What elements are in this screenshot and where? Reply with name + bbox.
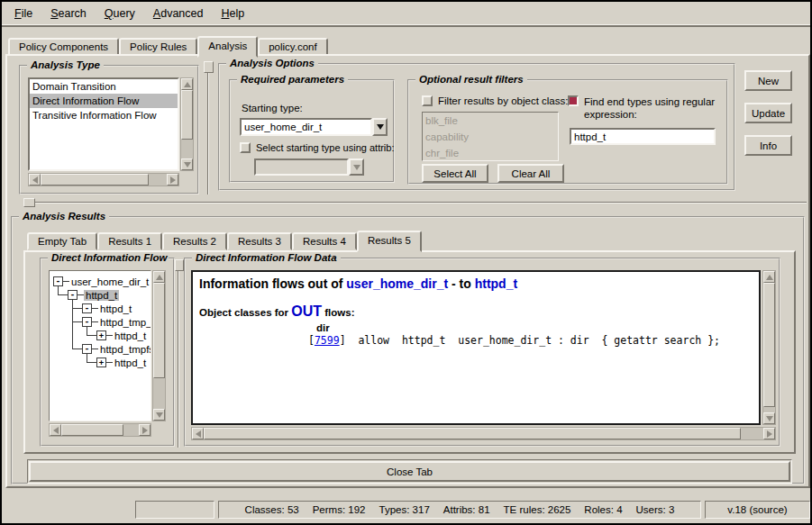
tree-node-label[interactable]: httpd_tmp_t xyxy=(98,317,151,328)
menu-help[interactable]: Help xyxy=(212,5,253,22)
flow-direction: OUT xyxy=(291,303,322,319)
menu-file[interactable]: File xyxy=(5,5,41,22)
analysis-results-group: Analysis Results Empty Tab Results 1 Res… xyxy=(11,216,805,484)
scroll-thumb[interactable] xyxy=(61,424,123,436)
tree-row[interactable]: -user_home_dir_t xyxy=(53,275,151,288)
tab-results-3[interactable]: Results 3 xyxy=(227,232,292,250)
pane-sash-handle[interactable] xyxy=(204,61,214,73)
tree-expander[interactable]: + xyxy=(96,330,106,340)
scroll-track[interactable] xyxy=(204,428,763,439)
regex-checkbox-checked[interactable] xyxy=(568,95,579,106)
tab-policy-components[interactable]: Policy Components xyxy=(8,38,119,56)
analysis-type-option-selected[interactable]: Direct Information Flow xyxy=(30,94,178,108)
regex-checkbox-row[interactable]: Find end types using regular expression: xyxy=(568,95,723,121)
tab-policy-rules[interactable]: Policy Rules xyxy=(119,38,197,56)
update-button[interactable]: Update xyxy=(744,103,792,123)
tree-node-label[interactable]: httpd_t xyxy=(98,303,133,314)
scroll-track[interactable] xyxy=(181,90,193,158)
scroll-down-button[interactable] xyxy=(153,409,165,421)
results-sash-handle[interactable] xyxy=(23,198,35,207)
rule-id-link[interactable]: 7599 xyxy=(315,334,340,347)
tree-row[interactable]: +httpd_t xyxy=(96,329,148,342)
analysis-results-title: Analysis Results xyxy=(19,211,109,222)
tree-row[interactable]: +httpd_t xyxy=(96,356,148,369)
attrib-checkbox-row[interactable]: Select starting type using attrib: xyxy=(240,142,395,153)
scroll-track[interactable] xyxy=(41,174,167,186)
combobox-dropdown-button[interactable] xyxy=(372,118,388,136)
menu-advanced[interactable]: Advanced xyxy=(144,5,213,22)
analysis-type-hscrollbar[interactable] xyxy=(28,173,179,186)
tab-results-4[interactable]: Results 4 xyxy=(292,232,357,250)
analysis-type-option[interactable]: Domain Transition xyxy=(30,79,178,94)
starting-type-combobox[interactable]: user_home_dir_t xyxy=(240,118,388,136)
tree-node-label[interactable]: httpd_t xyxy=(113,330,148,341)
object-class-filter-checkbox[interactable] xyxy=(422,95,433,106)
scroll-track[interactable] xyxy=(153,283,165,409)
tree-row-selected[interactable]: -httpd_t xyxy=(68,288,119,302)
tree-node-label[interactable]: httpd_t xyxy=(113,358,148,368)
regex-input[interactable]: httpd_t xyxy=(570,128,716,145)
scroll-left-button[interactable] xyxy=(50,424,61,436)
scroll-up-button[interactable] xyxy=(763,271,775,283)
attrib-checkbox[interactable] xyxy=(240,142,251,153)
tab-results-5[interactable]: Results 5 xyxy=(357,231,422,252)
results-sash-line[interactable] xyxy=(35,202,807,204)
tree-expander[interactable]: + xyxy=(96,358,106,367)
scroll-track[interactable] xyxy=(61,424,139,436)
close-tab-button[interactable]: Close Tab xyxy=(29,461,790,482)
menu-query[interactable]: Query xyxy=(96,5,144,22)
scroll-thumb[interactable] xyxy=(181,90,193,140)
tree-expander[interactable]: - xyxy=(82,344,92,354)
tree-node-label[interactable]: httpd_t xyxy=(84,290,119,301)
tab-empty-tab[interactable]: Empty Tab xyxy=(27,232,97,250)
right-arrow-icon xyxy=(142,427,148,434)
scroll-down-button[interactable] xyxy=(763,412,775,424)
pane-sash-line[interactable] xyxy=(207,73,209,195)
tree-expander[interactable]: - xyxy=(82,317,92,327)
info-button[interactable]: Info xyxy=(744,135,792,156)
scroll-down-button[interactable] xyxy=(181,158,193,170)
tree-node-label[interactable]: user_home_dir_t xyxy=(69,276,151,287)
tab-results-2[interactable]: Results 2 xyxy=(162,232,227,250)
regex-checkbox-label: Find end types using regular expression: xyxy=(584,95,723,121)
tab-policy-conf[interactable]: policy.conf xyxy=(258,38,327,56)
tree-row[interactable]: -httpd_tmp_t xyxy=(82,315,151,329)
scroll-left-button[interactable] xyxy=(29,174,41,186)
new-button[interactable]: New xyxy=(744,70,792,91)
flow-data-hscrollbar[interactable] xyxy=(191,427,776,440)
flow-heading: Information flows out of user_home_dir_t… xyxy=(199,276,753,291)
tree-data-sash-line[interactable] xyxy=(178,271,179,448)
scroll-up-button[interactable] xyxy=(153,271,165,283)
starting-type-value[interactable]: user_home_dir_t xyxy=(240,118,372,136)
flow-tree-title: Direct Information Flow T xyxy=(48,252,169,263)
flow-tree-vscrollbar[interactable] xyxy=(152,270,166,421)
scroll-right-button[interactable] xyxy=(763,428,775,439)
object-class-checkbox-row[interactable]: Filter results by object class: xyxy=(422,95,568,106)
flow-tree-hscrollbar[interactable] xyxy=(49,423,151,437)
up-arrow-icon xyxy=(156,275,163,280)
tree-row[interactable]: -httpd_t xyxy=(82,302,133,315)
scroll-thumb[interactable] xyxy=(153,283,165,378)
tree-data-sash-handle[interactable] xyxy=(175,259,184,271)
clear-all-button[interactable]: Clear All xyxy=(497,164,564,183)
scroll-right-button[interactable] xyxy=(167,174,178,186)
tree-row[interactable]: -httpd_tmpfs_ xyxy=(82,342,151,356)
select-all-button[interactable]: Select All xyxy=(422,164,488,183)
scroll-thumb[interactable] xyxy=(41,174,149,186)
analysis-type-vscrollbar[interactable] xyxy=(180,77,194,171)
scroll-left-button[interactable] xyxy=(192,428,204,439)
analysis-type-option[interactable]: Transitive Information Flow xyxy=(30,108,178,122)
tree-expander[interactable]: - xyxy=(82,303,92,313)
tree-expander[interactable]: - xyxy=(68,290,78,300)
tree-expander[interactable]: - xyxy=(53,276,63,286)
tree-node-label[interactable]: httpd_tmpfs_ xyxy=(98,344,151,355)
tab-results-1[interactable]: Results 1 xyxy=(97,232,162,250)
menu-search[interactable]: Search xyxy=(41,5,96,22)
scroll-thumb[interactable] xyxy=(204,428,741,439)
flow-data-vscrollbar[interactable] xyxy=(762,270,776,425)
scroll-thumb[interactable] xyxy=(763,283,775,407)
scroll-right-button[interactable] xyxy=(139,424,151,436)
tab-analysis[interactable]: Analysis xyxy=(197,36,258,58)
scroll-track[interactable] xyxy=(763,283,775,412)
scroll-up-button[interactable] xyxy=(181,78,193,90)
